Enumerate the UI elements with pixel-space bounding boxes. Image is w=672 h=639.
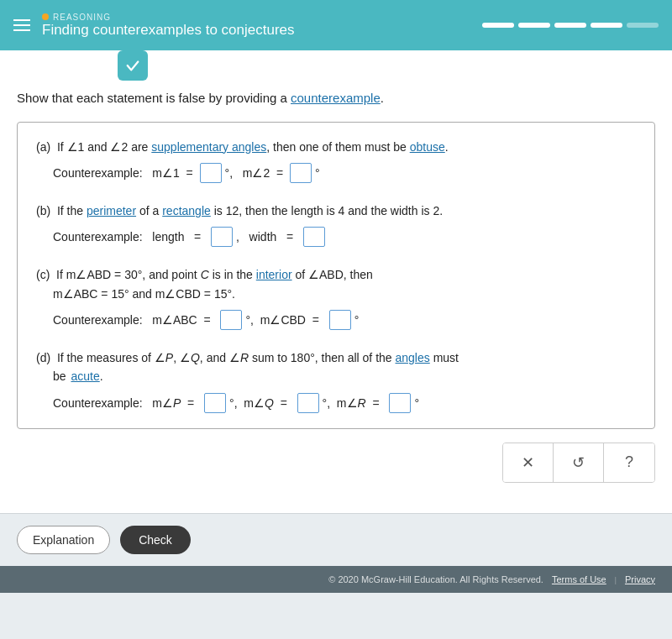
input-b1[interactable] — [211, 227, 233, 247]
problem-part-d: (d) If the measures of ∠P, ∠Q, and ∠R su… — [36, 348, 636, 413]
ce-d-mid2: °, m∠R = — [323, 394, 386, 412]
ce-c-mid: °, m∠CBD = — [245, 311, 325, 329]
ce-c-deg: ° — [354, 311, 360, 329]
progress-seg-3 — [554, 23, 586, 28]
ce-d-deg: ° — [414, 394, 419, 412]
acute-link[interactable]: acute — [71, 369, 99, 383]
check-icon — [125, 58, 140, 73]
part-d-text: (d) If the measures of ∠P, ∠Q, and ∠R su… — [36, 348, 636, 386]
ce-c-label: Counterexample: m∠ABC = — [53, 311, 217, 329]
progress-seg-2 — [518, 23, 550, 28]
rectangle-link[interactable]: rectangle — [162, 204, 211, 217]
angles-link[interactable]: angles — [396, 351, 430, 364]
ce-b-label: Counterexample: length = — [53, 228, 207, 246]
input-a2[interactable] — [290, 163, 312, 183]
progress-bar — [482, 23, 659, 28]
action-buttons-area: ✕ ↺ ? — [17, 443, 655, 483]
undo-icon: ↺ — [572, 453, 585, 472]
check-badge — [118, 50, 148, 81]
obtuse-link[interactable]: obtuse — [410, 140, 445, 154]
header-title-area: REASONING Finding counterexamples to con… — [42, 13, 470, 39]
footer-divider: | — [615, 574, 617, 584]
supplementary-link[interactable]: supplementary angles — [151, 140, 266, 154]
perimeter-link[interactable]: perimeter — [87, 204, 136, 217]
part-b-text: (b) If the perimeter of a rectangle is 1… — [36, 202, 636, 220]
ce-d-mid1: °, m∠Q = — [229, 394, 294, 412]
problem-part-b: (b) If the perimeter of a rectangle is 1… — [36, 202, 636, 247]
ce-a-label: Counterexample: m∠1 = — [53, 164, 197, 182]
ce-b-comma: , width = — [236, 228, 300, 246]
input-d2[interactable] — [297, 393, 319, 413]
action-btn-group: ✕ ↺ ? — [502, 443, 655, 483]
input-a1[interactable] — [200, 163, 222, 183]
copyright-text: © 2020 McGraw-Hill Education. All Rights… — [17, 574, 543, 584]
main-content: Show that each statement is false by pro… — [0, 50, 672, 513]
problem-box: (a) If ∠1 and ∠2 are supplementary angle… — [17, 122, 655, 429]
input-c1[interactable] — [220, 310, 242, 330]
progress-seg-4 — [591, 23, 622, 28]
part-a-text: (a) If ∠1 and ∠2 are supplementary angle… — [36, 138, 636, 156]
help-button[interactable]: ? — [604, 443, 654, 482]
progress-seg-5 — [627, 23, 659, 28]
counterexample-a: Counterexample: m∠1 = °, m∠2 = ° — [53, 163, 636, 183]
reasoning-label: REASONING — [42, 13, 470, 22]
counterexample-d: Counterexample: m∠P = °, m∠Q = °, m∠R = … — [53, 393, 636, 413]
input-b2[interactable] — [303, 227, 325, 247]
undo-button[interactable]: ↺ — [554, 443, 604, 482]
bottom-bar: Explanation Check — [0, 513, 672, 566]
ce-a-deg2: ° — [315, 164, 320, 182]
explanation-button[interactable]: Explanation — [17, 526, 110, 554]
counterexample-b: Counterexample: length = , width = — [53, 227, 636, 247]
menu-button[interactable] — [13, 19, 30, 31]
progress-seg-1 — [482, 23, 514, 28]
check-button[interactable]: Check — [120, 526, 191, 554]
status-dot — [42, 13, 49, 20]
interior-link[interactable]: interior — [256, 268, 292, 281]
input-d3[interactable] — [389, 393, 411, 413]
problem-part-a: (a) If ∠1 and ∠2 are supplementary angle… — [36, 138, 636, 183]
ce-d-label: Counterexample: m∠P = — [53, 394, 201, 412]
problem-part-c: (c) If m∠ABD = 30°, and point C is in th… — [36, 265, 636, 330]
ce-a-deg1: °, m∠2 = — [225, 164, 286, 182]
instructions: Show that each statement is false by pro… — [17, 89, 655, 108]
part-c-text: (c) If m∠ABD = 30°, and point C is in th… — [36, 265, 636, 303]
privacy-link[interactable]: Privacy — [625, 574, 655, 584]
close-button[interactable]: ✕ — [503, 443, 554, 482]
close-icon: ✕ — [522, 453, 534, 472]
counterexample-link[interactable]: counterexample — [291, 91, 381, 105]
page-title: Finding counterexamples to conjectures — [42, 22, 470, 39]
terms-link[interactable]: Terms of Use — [552, 574, 606, 584]
input-c2[interactable] — [329, 310, 351, 330]
app-header: REASONING Finding counterexamples to con… — [0, 0, 672, 50]
input-d1[interactable] — [204, 393, 226, 413]
counterexample-c: Counterexample: m∠ABC = °, m∠CBD = ° — [53, 310, 636, 330]
help-icon: ? — [625, 453, 633, 471]
footer: © 2020 McGraw-Hill Education. All Rights… — [0, 566, 672, 593]
